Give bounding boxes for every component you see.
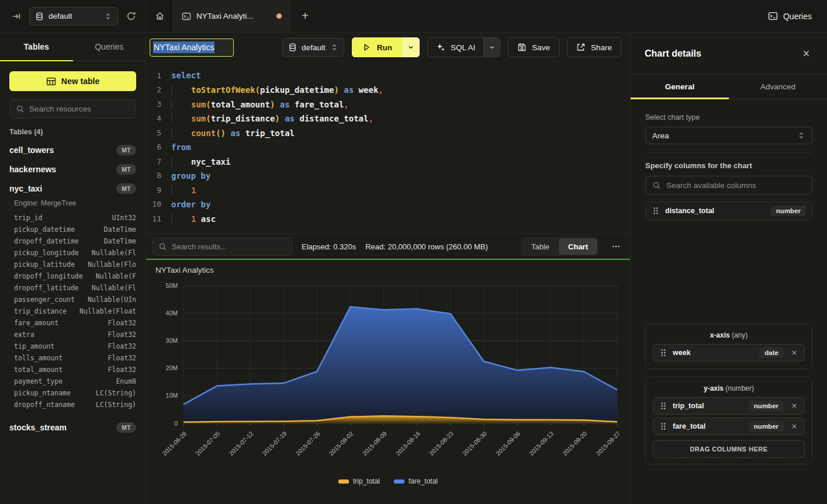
drag-handle-icon[interactable] (660, 349, 666, 357)
svg-text:2015-07-26: 2015-07-26 (294, 430, 321, 457)
table-column-dropoff_ntaname: dropoff_ntanameLC(String) (0, 399, 146, 411)
database-icon (288, 43, 297, 52)
unsaved-changes-dot (276, 13, 282, 19)
editor-line[interactable]: 10order by (148, 197, 630, 212)
sql-ai-button[interactable]: SQL AI (427, 37, 500, 57)
share-button[interactable]: Share (567, 37, 621, 57)
line-number: 11 (148, 214, 161, 223)
column-pill-name: trip_total (673, 402, 704, 410)
editor-line[interactable]: 1select (148, 68, 630, 83)
column-type: Float32 (108, 331, 136, 339)
chart-view-button[interactable]: Chart (559, 238, 597, 255)
chart-legend: trip_totalfare_total (146, 476, 630, 485)
column-type: Float32 (108, 342, 136, 350)
editor-line[interactable]: 91 (148, 183, 630, 197)
column-name: tolls_amount (14, 354, 63, 362)
columns-search-input[interactable] (666, 181, 805, 190)
line-number: 2 (148, 85, 161, 94)
close-panel-button[interactable] (800, 47, 813, 60)
remove-column-button[interactable] (790, 349, 798, 357)
sql-editor[interactable]: 1select2toStartOfWeek(pickup_datetime) a… (146, 62, 630, 234)
column-pill-week[interactable]: weekdate (653, 344, 805, 362)
query-database-selector[interactable]: default (282, 38, 344, 57)
column-pill-fare_total[interactable]: fare_totalnumber (653, 418, 805, 435)
table-view-button[interactable]: Table (522, 238, 559, 255)
drag-handle-icon[interactable] (660, 402, 666, 410)
editor-line[interactable]: 111 asc (148, 211, 630, 226)
editor-line[interactable]: 3sum(total_amount) as fare_total, (148, 97, 630, 112)
table-column-dropoff_longitude: dropoff_longitudeNullable(F (0, 270, 146, 282)
new-table-button[interactable]: New table (9, 71, 136, 91)
table-row-stocks_stream[interactable]: stocks_streamMT (0, 418, 146, 437)
code-text: toStartOfWeek(pickup_datetime) as week, (171, 84, 383, 95)
svg-text:2015-09-13: 2015-09-13 (528, 430, 555, 457)
column-type: Nullable(Fl (92, 249, 136, 257)
line-number: 7 (148, 157, 161, 166)
topbar-left: default (0, 0, 146, 32)
updown-chevron-icon (104, 12, 112, 20)
table-row-cell_towers[interactable]: cell_towersMT (0, 140, 146, 159)
sql-ai-caret[interactable] (483, 38, 500, 57)
collapse-sidebar-button[interactable] (9, 9, 23, 23)
column-name: extra (14, 331, 34, 339)
column-type-badge: number (749, 401, 784, 411)
results-search-input[interactable] (172, 242, 286, 251)
chart-panel: NYTaxi Analytics 2015-06-282015-07-05201… (146, 260, 630, 504)
editor-line[interactable]: 8group by (148, 169, 630, 183)
column-pill-trip_total[interactable]: trip_totalnumber (653, 397, 805, 415)
sidebar-tab-queries[interactable]: Queries (73, 33, 146, 61)
save-button[interactable]: Save (508, 37, 559, 57)
query-tab-nytaxi-analytics[interactable]: NYTaxi Analyti... (174, 0, 290, 32)
column-pill-name: distance_total (665, 207, 714, 215)
queries-button[interactable]: Queries (768, 11, 812, 21)
editor-line[interactable]: 7nyc_taxi (148, 154, 630, 169)
editor-line[interactable]: 2toStartOfWeek(pickup_datetime) as week, (148, 83, 630, 98)
query-title-input[interactable]: NYTaxi Analytics (150, 39, 234, 57)
editor-line[interactable]: 6from (148, 140, 630, 155)
table-name: nyc_taxi (9, 184, 42, 193)
sidebar-tab-tables[interactable]: Tables (0, 33, 73, 61)
column-pill-distance_total[interactable]: distance_totalnumber (645, 201, 812, 220)
run-options-caret[interactable] (402, 37, 420, 57)
tab-general[interactable]: General (631, 75, 729, 99)
results-more-button[interactable] (609, 239, 623, 253)
run-button[interactable]: Run (352, 37, 420, 57)
database-selector[interactable]: default (29, 7, 118, 26)
drag-columns-dropzone[interactable]: DRAG COLUMNS HERE (653, 440, 805, 458)
editor-line[interactable]: 4sum(trip_distance) as distance_total, (148, 112, 630, 126)
engine-badge: MT (116, 422, 136, 433)
column-name: trip_distance (14, 307, 67, 315)
home-tab-button[interactable] (146, 0, 174, 32)
remove-column-button[interactable] (790, 402, 798, 410)
svg-text:10M: 10M (166, 392, 178, 399)
tab-advanced[interactable]: Advanced (729, 75, 827, 99)
drag-handle-icon[interactable] (653, 207, 659, 215)
y-axis-items: trip_totalnumberfare_totalnumber (653, 397, 805, 435)
table-row-hackernews[interactable]: hackernewsMT (0, 159, 146, 179)
new-tab-button[interactable]: + (290, 0, 320, 32)
column-name: pickup_longitude (14, 249, 79, 257)
y-axis-dropzone: y-axis (number) trip_totalnumberfare_tot… (645, 377, 812, 464)
sidebar-search-input[interactable] (29, 105, 130, 113)
refresh-button[interactable] (124, 9, 139, 23)
column-type-badge: date (759, 347, 784, 358)
legend-item-trip_total[interactable]: trip_total (338, 477, 380, 485)
indent-guide (171, 185, 191, 196)
column-type: Nullable(UIn (88, 296, 136, 304)
engine-badge: MT (116, 145, 136, 155)
editor-line[interactable]: 5count() as trip_total (148, 126, 630, 140)
table-column-passenger_count: passenger_countNullable(UIn (0, 294, 146, 305)
results-bar: Elapsed: 0.320s Read: 20,000,000 rows (2… (146, 234, 630, 259)
legend-item-fare_total[interactable]: fare_total (394, 477, 438, 485)
table-column-trip_distance: trip_distanceNullable(Float (0, 305, 146, 317)
table-column-dropoff_datetime: dropoff_datetimeDateTime (0, 235, 146, 247)
remove-column-button[interactable] (790, 422, 798, 430)
chart-title: NYTaxi Analytics (146, 260, 630, 277)
column-type: UInt32 (112, 214, 136, 222)
chart-type-select[interactable]: Area (645, 127, 812, 144)
line-number: 5 (148, 128, 161, 137)
table-row-nyc_taxi[interactable]: nyc_taxiMT (0, 179, 146, 198)
indent-guide (171, 213, 191, 224)
drag-handle-icon[interactable] (660, 422, 666, 430)
indent-guide (171, 84, 191, 95)
